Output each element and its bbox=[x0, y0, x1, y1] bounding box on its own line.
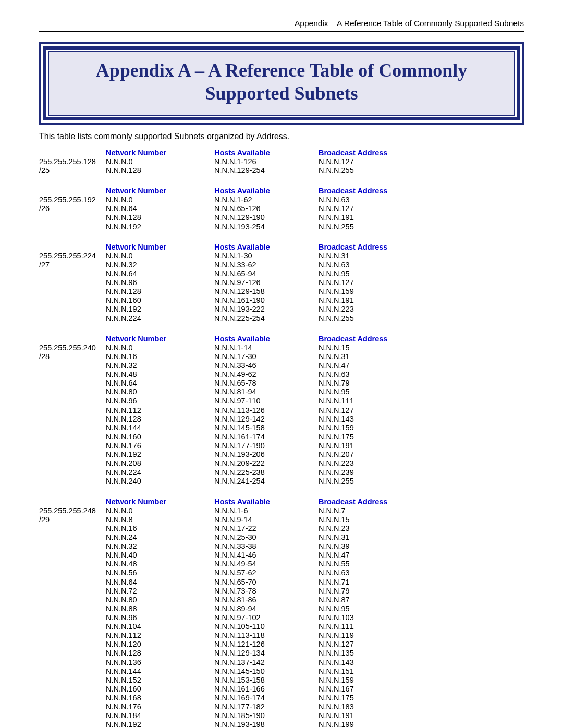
mask-spacer bbox=[39, 243, 106, 252]
table-cell: N.N.N.128 bbox=[106, 213, 214, 222]
table-cell: N.N.N.137-142 bbox=[214, 658, 319, 667]
table-cell: N.N.N.65-78 bbox=[214, 379, 319, 388]
table-cell: N.N.N.31 bbox=[319, 252, 433, 261]
table-cell: N.N.N.127 bbox=[319, 157, 433, 166]
subnet-cidr: /29 bbox=[39, 515, 106, 524]
table-cell: N.N.N.87 bbox=[319, 596, 433, 604]
table-cell: N.N.N.1-126 bbox=[214, 157, 319, 166]
table-cell: N.N.N.159 bbox=[319, 424, 433, 433]
table-cell: N.N.N.80 bbox=[106, 596, 214, 604]
table-cell: N.N.N.48 bbox=[106, 370, 214, 379]
table-cell: N.N.N.23 bbox=[319, 524, 433, 533]
table-cell: N.N.N.241-254 bbox=[214, 477, 319, 486]
table-cell: N.N.N.112 bbox=[106, 631, 214, 640]
column-header-network-number: Network Number bbox=[106, 243, 214, 252]
table-cell: N.N.N.65-70 bbox=[214, 578, 319, 587]
table-cell: N.N.N.1-62 bbox=[214, 195, 319, 204]
table-cell: N.N.N.97-110 bbox=[214, 397, 319, 405]
table-cell: N.N.N.15 bbox=[319, 515, 433, 524]
table-cell: N.N.N.80 bbox=[106, 388, 214, 397]
subnet-mask: 255.255.255.128 bbox=[39, 157, 106, 166]
table-cell: N.N.N.168 bbox=[106, 694, 214, 702]
table-cell: N.N.N.1-30 bbox=[214, 252, 319, 261]
table-cell: N.N.N.193-222 bbox=[214, 305, 319, 314]
table-cell: N.N.N.239 bbox=[319, 468, 433, 477]
column-header-network-number: Network Number bbox=[106, 149, 214, 157]
column-header-broadcast-address: Broadcast Address bbox=[319, 335, 433, 343]
table-cell: N.N.N.95 bbox=[319, 604, 433, 613]
broadcast-address-column: Broadcast AddressN.N.N.31N.N.N.63N.N.N.9… bbox=[319, 243, 433, 323]
table-cell: N.N.N.144 bbox=[106, 424, 214, 433]
table-cell: N.N.N.81-86 bbox=[214, 596, 319, 604]
subnet-cidr: /28 bbox=[39, 352, 106, 361]
hosts-available-column: Hosts AvailableN.N.N.1-126N.N.N.129-254 bbox=[214, 149, 319, 175]
table-cell: N.N.N.71 bbox=[319, 578, 433, 587]
table-cell: N.N.N.0 bbox=[106, 343, 214, 352]
table-cell: N.N.N.8 bbox=[106, 515, 214, 524]
table-cell: N.N.N.79 bbox=[319, 379, 433, 388]
table-cell: N.N.N.129-142 bbox=[214, 415, 319, 424]
table-cell: N.N.N.121-126 bbox=[214, 640, 319, 649]
table-cell: N.N.N.128 bbox=[106, 287, 214, 296]
table-cell: N.N.N.159 bbox=[319, 676, 433, 685]
table-cell: N.N.N.255 bbox=[319, 166, 433, 175]
table-cell: N.N.N.1-6 bbox=[214, 507, 319, 515]
table-cell: N.N.N.103 bbox=[319, 613, 433, 622]
table-cell: N.N.N.160 bbox=[106, 685, 214, 694]
table-cell: N.N.N.1-14 bbox=[214, 343, 319, 352]
subnet-section: 255.255.255.224/27Network NumberN.N.N.0N… bbox=[39, 243, 524, 323]
column-header-network-number: Network Number bbox=[106, 498, 214, 507]
title-frame: Appendix A – A Reference Table of Common… bbox=[39, 42, 524, 125]
column-header-broadcast-address: Broadcast Address bbox=[319, 149, 433, 157]
table-cell: N.N.N.193-254 bbox=[214, 223, 319, 231]
subnet-mask: 255.255.255.248 bbox=[39, 507, 106, 515]
subnet-mask: 255.255.255.192 bbox=[39, 195, 106, 204]
table-cell: N.N.N.0 bbox=[106, 157, 214, 166]
column-header-hosts-available: Hosts Available bbox=[214, 187, 319, 195]
table-cell: N.N.N.127 bbox=[319, 406, 433, 415]
table-cell: N.N.N.169-174 bbox=[214, 694, 319, 702]
network-number-column: Network NumberN.N.N.0N.N.N.64N.N.N.128N.… bbox=[106, 187, 214, 231]
table-cell: N.N.N.72 bbox=[106, 587, 214, 596]
page-title: Appendix A – A Reference Table of Common… bbox=[54, 59, 509, 105]
table-cell: N.N.N.152 bbox=[106, 676, 214, 685]
table-cell: N.N.N.191 bbox=[319, 441, 433, 450]
table-cell: N.N.N.145-150 bbox=[214, 667, 319, 676]
table-cell: N.N.N.127 bbox=[319, 640, 433, 649]
subnet-cidr: /27 bbox=[39, 261, 106, 269]
mask-column: 255.255.255.128/25 bbox=[39, 149, 106, 175]
network-number-column: Network NumberN.N.N.0N.N.N.32N.N.N.64N.N… bbox=[106, 243, 214, 323]
table-cell: N.N.N.64 bbox=[106, 578, 214, 587]
subnet-section: 255.255.255.248/29Network NumberN.N.N.0N… bbox=[39, 498, 524, 728]
table-cell: N.N.N.95 bbox=[319, 269, 433, 278]
subnet-mask: 255.255.255.224 bbox=[39, 252, 106, 261]
table-cell: N.N.N.129-254 bbox=[214, 166, 319, 175]
table-cell: N.N.N.209-222 bbox=[214, 459, 319, 468]
table-cell: N.N.N.177-182 bbox=[214, 702, 319, 711]
column-header-broadcast-address: Broadcast Address bbox=[319, 243, 433, 252]
table-cell: N.N.N.96 bbox=[106, 397, 214, 405]
intro-text: This table lists commonly supported Subn… bbox=[39, 132, 524, 141]
table-cell: N.N.N.73-78 bbox=[214, 587, 319, 596]
table-cell: N.N.N.159 bbox=[319, 287, 433, 296]
table-cell: N.N.N.176 bbox=[106, 702, 214, 711]
table-cell: N.N.N.17-30 bbox=[214, 352, 319, 361]
broadcast-address-column: Broadcast AddressN.N.N.63N.N.N.127N.N.N.… bbox=[319, 187, 433, 231]
table-cell: N.N.N.160 bbox=[106, 433, 214, 441]
column-header-network-number: Network Number bbox=[106, 187, 214, 195]
table-cell: N.N.N.192 bbox=[106, 450, 214, 459]
table-cell: N.N.N.57-62 bbox=[214, 569, 319, 577]
table-cell: N.N.N.24 bbox=[106, 533, 214, 542]
table-cell: N.N.N.119 bbox=[319, 631, 433, 640]
table-cell: N.N.N.128 bbox=[106, 166, 214, 175]
table-cell: N.N.N.207 bbox=[319, 450, 433, 459]
table-cell: N.N.N.113-126 bbox=[214, 406, 319, 415]
table-cell: N.N.N.17-22 bbox=[214, 524, 319, 533]
table-cell: N.N.N.129-158 bbox=[214, 287, 319, 296]
mask-column: 255.255.255.224/27 bbox=[39, 243, 106, 323]
network-number-column: Network NumberN.N.N.0N.N.N.16N.N.N.32N.N… bbox=[106, 335, 214, 486]
table-cell: N.N.N.177-190 bbox=[214, 441, 319, 450]
table-cell: N.N.N.113-118 bbox=[214, 631, 319, 640]
table-cell: N.N.N.95 bbox=[319, 388, 433, 397]
subnet-section: 255.255.255.128/25Network NumberN.N.N.0N… bbox=[39, 149, 524, 175]
